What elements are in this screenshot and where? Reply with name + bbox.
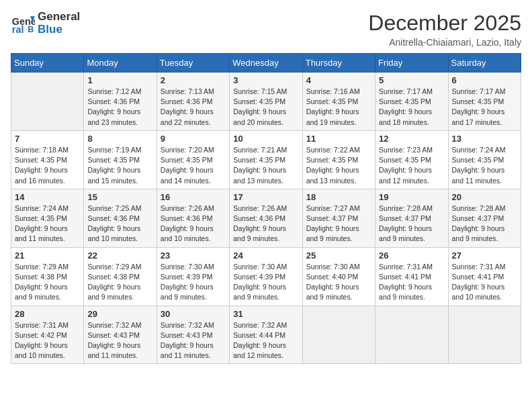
- day-header-friday: Friday: [375, 54, 448, 73]
- day-number: 29: [87, 309, 152, 319]
- cell-info: Sunrise: 7:26 AMSunset: 4:36 PMDaylight:…: [161, 203, 226, 244]
- cell-info: Sunrise: 7:22 AMSunset: 4:35 PMDaylight:…: [306, 145, 371, 186]
- logo: Gene ral B General Blue: [11, 11, 80, 36]
- calendar-cell: 17Sunrise: 7:26 AMSunset: 4:36 PMDayligh…: [230, 189, 302, 247]
- calendar-cell: 19Sunrise: 7:28 AMSunset: 4:37 PMDayligh…: [375, 189, 448, 247]
- calendar-cell: 30Sunrise: 7:32 AMSunset: 4:43 PMDayligh…: [157, 306, 229, 364]
- day-number: 13: [452, 134, 517, 144]
- day-number: 6: [452, 75, 517, 85]
- calendar-cell: 2Sunrise: 7:13 AMSunset: 4:36 PMDaylight…: [157, 73, 229, 131]
- calendar-cell: [448, 306, 521, 364]
- calendar-cell: 4Sunrise: 7:16 AMSunset: 4:35 PMDaylight…: [302, 73, 375, 131]
- cell-info: Sunrise: 7:26 AMSunset: 4:36 PMDaylight:…: [233, 203, 298, 244]
- calendar-cell: 26Sunrise: 7:31 AMSunset: 4:41 PMDayligh…: [375, 247, 448, 306]
- cell-info: Sunrise: 7:24 AMSunset: 4:35 PMDaylight:…: [15, 203, 80, 244]
- day-number: 19: [379, 192, 444, 202]
- cell-info: Sunrise: 7:30 AMSunset: 4:39 PMDaylight:…: [233, 262, 298, 303]
- calendar-cell: 12Sunrise: 7:23 AMSunset: 4:35 PMDayligh…: [375, 130, 448, 189]
- day-header-sunday: Sunday: [11, 54, 84, 73]
- calendar-header-row: SundayMondayTuesdayWednesdayThursdayFrid…: [11, 54, 521, 73]
- cell-info: Sunrise: 7:28 AMSunset: 4:37 PMDaylight:…: [452, 203, 517, 244]
- cell-info: Sunrise: 7:16 AMSunset: 4:35 PMDaylight:…: [306, 87, 371, 128]
- logo-line2: Blue: [38, 23, 62, 36]
- calendar-week-row: 1Sunrise: 7:12 AMSunset: 4:36 PMDaylight…: [11, 73, 521, 131]
- calendar-cell: 3Sunrise: 7:15 AMSunset: 4:35 PMDaylight…: [230, 73, 302, 131]
- cell-info: Sunrise: 7:12 AMSunset: 4:36 PMDaylight:…: [87, 87, 152, 128]
- cell-info: Sunrise: 7:20 AMSunset: 4:35 PMDaylight:…: [161, 145, 226, 186]
- day-number: 7: [15, 134, 80, 144]
- day-number: 23: [161, 250, 226, 261]
- svg-text:B: B: [28, 24, 34, 34]
- cell-info: Sunrise: 7:31 AMSunset: 4:42 PMDaylight:…: [15, 320, 80, 361]
- day-header-thursday: Thursday: [302, 54, 375, 73]
- calendar-cell: 16Sunrise: 7:26 AMSunset: 4:36 PMDayligh…: [157, 189, 229, 247]
- calendar-cell: 27Sunrise: 7:31 AMSunset: 4:41 PMDayligh…: [448, 247, 521, 306]
- day-number: 22: [87, 250, 152, 261]
- svg-text:ral: ral: [12, 24, 24, 35]
- title-block: December 2025 Anitrella-Chiaiamari, Lazi…: [368, 11, 521, 48]
- calendar-cell: 15Sunrise: 7:25 AMSunset: 4:36 PMDayligh…: [84, 189, 157, 247]
- calendar-table: SundayMondayTuesdayWednesdayThursdayFrid…: [11, 53, 521, 364]
- day-number: 21: [15, 250, 80, 261]
- day-number: 25: [306, 250, 371, 261]
- day-header-tuesday: Tuesday: [157, 54, 229, 73]
- cell-info: Sunrise: 7:32 AMSunset: 4:44 PMDaylight:…: [233, 320, 298, 361]
- month-title: December 2025: [368, 11, 521, 36]
- cell-info: Sunrise: 7:21 AMSunset: 4:35 PMDaylight:…: [233, 145, 298, 186]
- calendar-cell: [302, 306, 375, 364]
- day-number: 2: [161, 75, 226, 85]
- cell-info: Sunrise: 7:17 AMSunset: 4:35 PMDaylight:…: [452, 87, 517, 128]
- day-header-wednesday: Wednesday: [230, 54, 302, 73]
- day-number: 11: [306, 134, 371, 144]
- day-number: 27: [452, 250, 517, 261]
- cell-info: Sunrise: 7:23 AMSunset: 4:35 PMDaylight:…: [379, 145, 444, 186]
- calendar-cell: 21Sunrise: 7:29 AMSunset: 4:38 PMDayligh…: [11, 247, 84, 306]
- calendar-cell: 9Sunrise: 7:20 AMSunset: 4:35 PMDaylight…: [157, 130, 229, 189]
- day-number: 1: [87, 75, 152, 85]
- calendar-cell: 28Sunrise: 7:31 AMSunset: 4:42 PMDayligh…: [11, 306, 84, 364]
- day-number: 15: [87, 192, 152, 202]
- calendar-cell: 25Sunrise: 7:30 AMSunset: 4:40 PMDayligh…: [302, 247, 375, 306]
- cell-info: Sunrise: 7:27 AMSunset: 4:37 PMDaylight:…: [306, 203, 371, 244]
- logo-icon: Gene ral B: [11, 11, 35, 36]
- day-number: 14: [15, 192, 80, 202]
- day-number: 30: [161, 309, 226, 319]
- logo-line1: General: [38, 10, 80, 23]
- cell-info: Sunrise: 7:17 AMSunset: 4:35 PMDaylight:…: [379, 87, 444, 128]
- calendar-cell: 31Sunrise: 7:32 AMSunset: 4:44 PMDayligh…: [230, 306, 302, 364]
- calendar-cell: 6Sunrise: 7:17 AMSunset: 4:35 PMDaylight…: [448, 73, 521, 131]
- day-number: 10: [233, 134, 298, 144]
- calendar-cell: 23Sunrise: 7:30 AMSunset: 4:39 PMDayligh…: [157, 247, 229, 306]
- day-number: 8: [87, 134, 152, 144]
- day-number: 12: [379, 134, 444, 144]
- calendar-cell: 20Sunrise: 7:28 AMSunset: 4:37 PMDayligh…: [448, 189, 521, 247]
- calendar-cell: [11, 73, 84, 131]
- cell-info: Sunrise: 7:32 AMSunset: 4:43 PMDaylight:…: [161, 320, 226, 361]
- cell-info: Sunrise: 7:30 AMSunset: 4:40 PMDaylight:…: [306, 262, 371, 303]
- cell-info: Sunrise: 7:29 AMSunset: 4:38 PMDaylight:…: [15, 262, 80, 303]
- calendar-cell: 13Sunrise: 7:24 AMSunset: 4:35 PMDayligh…: [448, 130, 521, 189]
- calendar-cell: 1Sunrise: 7:12 AMSunset: 4:36 PMDaylight…: [84, 73, 157, 131]
- day-number: 17: [233, 192, 298, 202]
- cell-info: Sunrise: 7:18 AMSunset: 4:35 PMDaylight:…: [15, 145, 80, 186]
- calendar-week-row: 21Sunrise: 7:29 AMSunset: 4:38 PMDayligh…: [11, 247, 521, 306]
- calendar-week-row: 14Sunrise: 7:24 AMSunset: 4:35 PMDayligh…: [11, 189, 521, 247]
- calendar-cell: 22Sunrise: 7:29 AMSunset: 4:38 PMDayligh…: [84, 247, 157, 306]
- cell-info: Sunrise: 7:15 AMSunset: 4:35 PMDaylight:…: [233, 87, 298, 128]
- cell-info: Sunrise: 7:31 AMSunset: 4:41 PMDaylight:…: [452, 262, 517, 303]
- cell-info: Sunrise: 7:29 AMSunset: 4:38 PMDaylight:…: [87, 262, 152, 303]
- day-number: 20: [452, 192, 517, 202]
- cell-info: Sunrise: 7:30 AMSunset: 4:39 PMDaylight:…: [161, 262, 226, 303]
- calendar-cell: 7Sunrise: 7:18 AMSunset: 4:35 PMDaylight…: [11, 130, 84, 189]
- day-number: 26: [379, 250, 444, 261]
- day-header-monday: Monday: [84, 54, 157, 73]
- calendar-cell: 8Sunrise: 7:19 AMSunset: 4:35 PMDaylight…: [84, 130, 157, 189]
- location: Anitrella-Chiaiamari, Lazio, Italy: [368, 37, 521, 48]
- calendar-cell: 10Sunrise: 7:21 AMSunset: 4:35 PMDayligh…: [230, 130, 302, 189]
- day-number: 3: [233, 75, 298, 85]
- cell-info: Sunrise: 7:28 AMSunset: 4:37 PMDaylight:…: [379, 203, 444, 244]
- page-header: Gene ral B General Blue December 2025 An…: [11, 11, 521, 48]
- calendar-cell: 11Sunrise: 7:22 AMSunset: 4:35 PMDayligh…: [302, 130, 375, 189]
- calendar-cell: 24Sunrise: 7:30 AMSunset: 4:39 PMDayligh…: [230, 247, 302, 306]
- calendar-cell: 14Sunrise: 7:24 AMSunset: 4:35 PMDayligh…: [11, 189, 84, 247]
